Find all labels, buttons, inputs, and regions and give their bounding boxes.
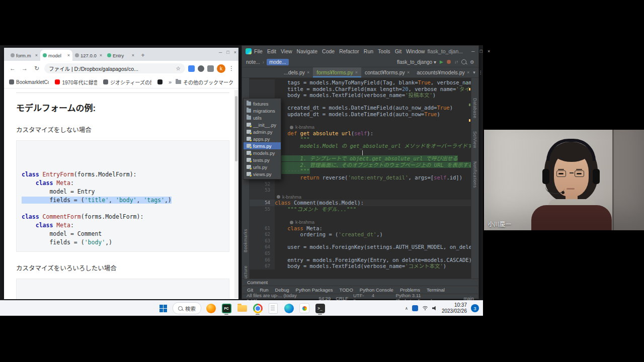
code-editor[interactable]: tags = models.ManyToManyField(Tag, blank…	[250, 78, 471, 279]
editor-tab[interactable]: forms¥forms.py ×	[313, 67, 361, 77]
maximize-icon[interactable]: □	[479, 49, 482, 54]
forward-icon[interactable]: →	[20, 64, 29, 73]
minimize-icon[interactable]: ─	[219, 50, 222, 55]
project-tree-item[interactable]: utils	[244, 114, 281, 121]
taskbar-app-notepad[interactable]	[267, 302, 279, 314]
bookmark-item[interactable]: ジオシティーズの閉鎖で...	[103, 78, 151, 86]
wifi-icon[interactable]	[422, 306, 428, 311]
project-tree-item[interactable]: views.py	[244, 170, 281, 177]
menu-item[interactable]: Run	[364, 48, 373, 54]
tab-close-icon[interactable]: ×	[467, 70, 469, 75]
project-tree-item[interactable]: __init__.py	[244, 121, 281, 128]
extension-icon[interactable]	[198, 65, 204, 72]
toolwindow-button[interactable]: Structure	[243, 265, 248, 279]
browser-tab[interactable]: model ×	[40, 50, 72, 61]
address-bar[interactable]: ファイル | D:/Dropbox/galapagos/co... ☆	[44, 63, 185, 73]
scrollbar-thumb[interactable]	[235, 96, 237, 161]
tab-close-icon[interactable]: ×	[355, 70, 358, 75]
run-config-selector[interactable]: flask_to_django ▾	[397, 59, 436, 65]
settings-gear-icon[interactable]: ⚙	[470, 59, 474, 65]
tray-app-icon[interactable]	[412, 305, 418, 311]
menu-item[interactable]: Navigate	[297, 48, 317, 54]
menu-item[interactable]: Refactor	[339, 48, 359, 54]
tab-close-icon[interactable]: ×	[100, 53, 102, 58]
toolwindow-button[interactable]: Notifications	[472, 161, 477, 188]
toolwindow-button[interactable]: Terminal	[427, 287, 445, 293]
project-tree-item[interactable]: admin.py	[244, 128, 281, 135]
taskbar-app-firefox[interactable]	[205, 302, 217, 314]
menu-item[interactable]: Tools	[378, 48, 390, 54]
taskbar-app-explorer[interactable]	[236, 302, 248, 314]
editor-tab[interactable]: accounts¥models.py ×	[413, 67, 473, 77]
project-tree-item[interactable]: migrations	[244, 107, 281, 114]
search-everywhere-icon[interactable]	[461, 59, 466, 64]
close-icon[interactable]: ×	[488, 49, 490, 54]
toolwindow-button[interactable]: Debug	[275, 287, 289, 293]
toolwindow-button[interactable]: Database	[472, 98, 477, 118]
breadcrumb[interactable]: Comment	[247, 280, 268, 285]
other-bookmarks[interactable]: その他のブックマーク	[176, 78, 233, 86]
project-tree-item[interactable]: models.py	[244, 149, 281, 156]
tray-chevron-icon[interactable]: ∧	[405, 306, 408, 311]
bookmarks-overflow-icon[interactable]: »	[169, 79, 172, 85]
maximize-icon[interactable]: □	[226, 50, 229, 55]
project-tree-item[interactable]: forms.py	[244, 142, 281, 149]
editor-tab[interactable]: contact¥forms.py ×	[361, 67, 413, 77]
inspections-ok-icon[interactable]: ✓	[465, 80, 469, 85]
browser-tab[interactable]: 127.0.0 ×	[72, 50, 105, 61]
browser-scrollbar[interactable]	[234, 90, 238, 298]
project-tree-item[interactable]: apps.py	[244, 135, 281, 142]
start-button[interactable]	[157, 302, 169, 314]
profile-avatar[interactable]: k	[217, 64, 225, 73]
project-tree-item[interactable]: fixtures	[244, 100, 281, 107]
toolwindow-button[interactable]: Python Packages	[296, 287, 333, 293]
reload-icon[interactable]: ↻	[32, 64, 41, 73]
project-tree-item[interactable]: tests.py	[244, 156, 281, 163]
extension-icon[interactable]	[188, 65, 195, 72]
bookmark-item[interactable]	[157, 79, 163, 84]
debug-button[interactable]	[447, 60, 451, 64]
toolwindow-button[interactable]: SciView	[472, 131, 477, 148]
toolwindow-button[interactable]: Problems	[400, 287, 420, 293]
taskbar-app-pycharm[interactable]: PC	[220, 302, 232, 314]
run-button[interactable]: ▶	[440, 59, 443, 64]
toolwindow-button[interactable]: Bookmarks	[243, 229, 248, 252]
taskbar-search[interactable]: 検索	[173, 302, 201, 314]
new-tab-button[interactable]: +	[139, 51, 147, 59]
volume-icon[interactable]	[432, 306, 438, 311]
tab-close-icon[interactable]: ×	[35, 53, 38, 58]
toolwindow-button[interactable]: Run	[260, 287, 268, 293]
tab-close-icon[interactable]: ×	[307, 70, 309, 75]
nav-crumb-selected[interactable]: mode...	[267, 59, 288, 65]
nav-crumb[interactable]: note...	[246, 59, 260, 65]
taskbar-app-photos[interactable]	[298, 302, 310, 314]
menu-item[interactable]: Git	[395, 48, 401, 54]
notification-badge[interactable]: 3	[471, 304, 479, 312]
browser-tab[interactable]: form.m ×	[8, 50, 40, 61]
taskbar-clock[interactable]: 10:37 2023/02/26	[442, 302, 467, 315]
taskbar-app-edge[interactable]	[283, 302, 295, 314]
bookmark-item[interactable]: 1970年代に録音され...	[55, 78, 97, 86]
editor-tab[interactable]: ...dels.py ×	[280, 67, 313, 77]
tab-options-icon[interactable]: ⋮	[478, 70, 483, 75]
tab-close-icon[interactable]: ×	[67, 53, 70, 58]
close-icon[interactable]: ×	[234, 50, 236, 55]
tab-close-icon[interactable]: ×	[132, 53, 134, 58]
menu-item[interactable]: File	[254, 48, 263, 54]
menu-item[interactable]: Code	[322, 48, 335, 54]
extension-icon[interactable]	[207, 65, 214, 72]
menu-item[interactable]: View	[281, 48, 292, 54]
git-update-icon[interactable]: ↓↑	[454, 59, 458, 64]
browser-tab[interactable]: Entry ×	[105, 50, 137, 61]
toolwindow-button[interactable]: Git	[247, 287, 253, 293]
menu-item[interactable]: Edit	[267, 48, 276, 54]
browser-menu-icon[interactable]: ⋮	[228, 65, 234, 72]
hidden-tabs-icon[interactable]: ▾	[473, 70, 475, 75]
toolwindow-button[interactable]: Python Console	[360, 287, 393, 293]
project-tree-item[interactable]: urls.py	[244, 163, 281, 170]
back-icon[interactable]: ←	[8, 64, 17, 73]
tab-close-icon[interactable]: ×	[407, 70, 410, 75]
toolwindow-button[interactable]: TODO	[340, 287, 353, 293]
menu-item[interactable]: Window	[406, 48, 425, 54]
minimize-icon[interactable]: ─	[471, 49, 474, 54]
